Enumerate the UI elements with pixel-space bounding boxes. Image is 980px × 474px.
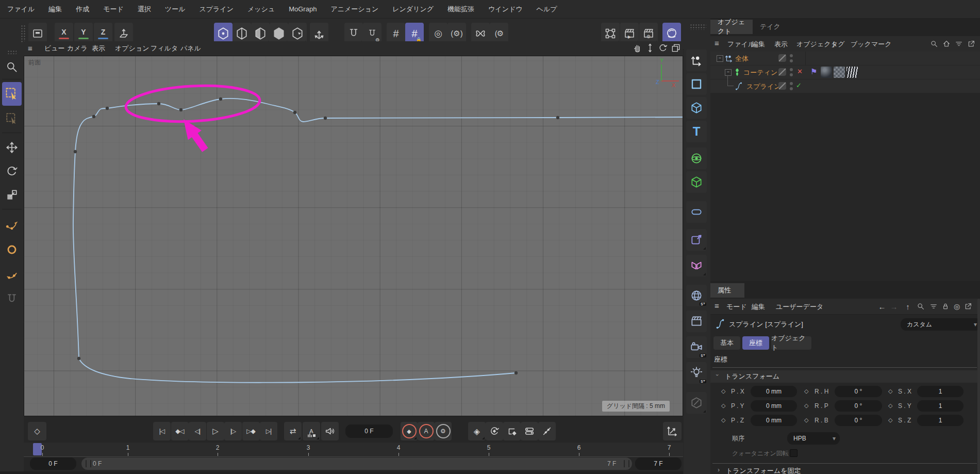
menu-select[interactable]: 選択 [138,5,151,14]
key-toggles-button[interactable] [521,422,538,440]
am-menu-userdata[interactable]: ユーザーデータ [776,302,823,312]
tree-row-zentai[interactable]: − 全体 [710,52,980,66]
enable-toggle[interactable] [778,54,786,62]
menu-file[interactable]: ファイル [7,5,35,14]
dolly-view-icon[interactable] [645,43,655,53]
key-diamond-icon[interactable]: ◇ [804,417,808,423]
rh-field[interactable]: 0 ° [835,386,882,397]
attr-tab-basic[interactable]: 基本 [713,336,740,350]
visibility-dots[interactable] [790,68,793,76]
check-icon[interactable]: ✓ [796,81,802,89]
range-right-handle[interactable] [624,460,629,467]
tree-row-coating[interactable]: − コーティング ✕ ⚑ [710,66,980,79]
am-export-icon[interactable] [963,301,973,312]
next-frame-button[interactable]: |▷ [224,422,242,440]
sy-field[interactable]: 1 [917,400,964,412]
light-icon[interactable]: ST [686,362,707,384]
enable-toggle[interactable] [778,68,786,76]
key-diamond-icon[interactable]: ◇ [888,402,892,409]
menu-edit[interactable]: 編集 [48,5,62,14]
am-forward-icon[interactable]: → [889,301,899,312]
capsule-icon[interactable] [686,201,707,223]
rb-field[interactable]: 0 ° [835,415,882,426]
key-pla-button[interactable] [538,422,556,440]
rotate-tool[interactable] [2,160,22,182]
om-menu-view[interactable]: 表示 [774,40,788,49]
om-menu-file[interactable]: ファイル [727,40,755,49]
object-name[interactable]: スプライン [746,82,781,91]
attr-tab-object[interactable]: オブジェクト [771,336,811,350]
generator-sphere-icon[interactable] [686,148,707,169]
px-field[interactable]: 0 mm [751,386,797,397]
cube-primitive-icon[interactable] [686,97,707,119]
rotate-view-icon[interactable] [658,43,668,53]
vpmenu-display[interactable]: 表示 [92,44,105,53]
quaternion-checkbox[interactable] [790,449,798,457]
tab-attributes[interactable]: 属性 [710,283,744,298]
play-mode-button[interactable]: A [303,422,320,440]
vpmenu-options[interactable]: オプション [115,44,150,53]
key-diamond-icon[interactable]: ◇ [721,388,725,395]
menu-extensions[interactable]: 機能拡張 [447,5,474,14]
spline-points[interactable] [74,97,559,374]
goto-end-button[interactable]: ▷| [260,422,277,440]
vpmenu-panel[interactable]: パネル [180,44,201,53]
expand-toggle-icon[interactable]: − [725,69,732,76]
expand-toggle-icon[interactable]: − [717,55,723,62]
vpmenu-camera[interactable]: カメラ [67,44,88,53]
instance-icon[interactable] [686,229,707,251]
sky-environment-icon[interactable]: ST [686,285,707,306]
rectangle-spline-icon[interactable] [686,73,707,95]
spline-curve[interactable] [73,99,683,383]
sx-field[interactable]: 1 [917,386,964,397]
enable-toggle[interactable] [778,82,786,90]
py-field[interactable]: 0 mm [751,400,797,412]
range-left-handle[interactable] [86,460,91,467]
menu-mesh[interactable]: メッシュ [247,5,275,14]
tree-row-spline[interactable]: スプライン ✓ [710,79,980,93]
viewport-search-icon[interactable] [2,56,22,78]
timeline-ruler[interactable]: 0 1 2 3 4 5 6 7 [24,443,683,457]
move-tool[interactable] [2,137,22,158]
menu-mograph[interactable]: MoGraph [289,5,317,13]
key-rotation-button[interactable] [486,422,503,440]
maximize-view-icon[interactable] [671,43,681,53]
goto-start-button[interactable]: |◁ [153,422,171,440]
key-parameter-button[interactable] [503,422,521,440]
loop-mode-button[interactable]: ⇄ [284,422,302,440]
spline-pen-tool[interactable] [2,214,22,236]
am-hamburger-icon[interactable]: ≡ [715,301,719,310]
order-dropdown[interactable]: HPB▾ [787,432,840,445]
scale-tool[interactable] [2,184,22,206]
vpmenu-filter[interactable]: フィルタ [151,44,178,53]
key-diamond-icon[interactable]: ◇ [721,417,725,423]
circle-spline-tool[interactable] [2,239,22,260]
am-filter-icon[interactable] [928,301,939,312]
spline-smooth-tool[interactable] [2,264,22,285]
vpmenu-view[interactable]: ビュー [44,44,65,53]
tab-objects[interactable]: オブジェクト [710,20,753,34]
menu-render[interactable]: レンダリング [392,5,434,14]
key-diamond-icon[interactable]: ◇ [804,402,808,409]
am-up-icon[interactable]: ↑ [903,301,913,312]
make-keyframe-button[interactable]: ◇ [28,422,46,440]
min-frame-field[interactable]: 0 F [30,457,76,470]
viewport-canvas[interactable]: 前面 Y X Z グリッド間隔 : 5 mm [24,56,683,416]
material-thumbnail[interactable] [834,67,845,78]
om-filter-icon[interactable] [954,39,964,49]
menu-help[interactable]: ヘルプ [537,5,557,14]
am-lock-icon[interactable] [940,301,951,312]
om-menu-tags[interactable]: タグ [831,40,845,49]
key-diamond-icon[interactable]: ◇ [804,388,808,395]
visibility-dots[interactable] [790,82,793,90]
camera-icon[interactable]: ST [686,336,707,358]
volume-cube-icon[interactable] [686,171,707,193]
menu-create[interactable]: 作成 [76,5,89,14]
sz-field[interactable]: 1 [917,415,964,426]
record-keyframe-button[interactable]: ◆ [401,422,418,440]
disable-x-icon[interactable]: ✕ [797,68,803,75]
chevron-right-icon[interactable]: › [718,466,720,473]
current-frame-field[interactable]: 0 F [345,424,393,438]
am-menu-edit[interactable]: 編集 [752,302,765,312]
attr-tab-coordinates[interactable]: 座標 [742,336,769,350]
